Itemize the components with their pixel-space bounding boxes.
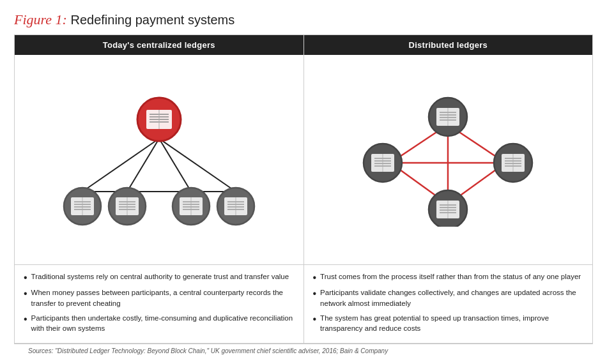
left-bullet-2-text: When money passes between participants, …: [31, 287, 295, 308]
left-bullet-area: • Traditional systems rely on central au…: [15, 265, 304, 343]
right-bullet-3-text: The system has great potential to speed …: [320, 313, 583, 334]
svg-line-0: [82, 139, 159, 192]
bullet-dot: •: [24, 271, 27, 284]
svg-line-1: [127, 139, 159, 192]
left-panel: Today's centralized ledgers: [15, 35, 304, 343]
centralized-diagram-area: [15, 55, 304, 265]
svg-line-2: [159, 139, 191, 192]
bullet-dot: •: [313, 287, 317, 300]
svg-line-3: [159, 139, 236, 192]
right-bullet-1-text: Trust comes from the process itself rath…: [320, 271, 581, 282]
left-bullet-3: • Participants then undertake costly, ti…: [24, 313, 295, 334]
distributed-diagram-area: [304, 55, 593, 265]
right-bullet-3: • The system has great potential to spee…: [313, 313, 584, 334]
main-content: Today's centralized ledgers: [14, 34, 593, 344]
bullet-dot: •: [24, 313, 27, 325]
centralized-svg: [50, 93, 268, 227]
distributed-svg: [339, 93, 557, 227]
right-bullet-2-text: Participants validate changes collective…: [320, 287, 583, 308]
figure-label: Figure 1:: [14, 11, 67, 27]
bullet-dot: •: [313, 313, 317, 325]
right-panel-header: Distributed ledgers: [304, 35, 593, 55]
left-bullet-1: • Traditional systems rely on central au…: [24, 271, 295, 284]
left-bullet-3-text: Participants then undertake costly, time…: [31, 313, 295, 334]
sources-text: Sources: "Distributed Ledger Technology:…: [14, 344, 593, 358]
left-bullet-2: • When money passes between participants…: [24, 287, 295, 308]
bullet-dot: •: [24, 287, 27, 300]
right-panel: Distributed ledgers: [304, 35, 593, 343]
figure-title: Figure 1: Redefining payment systems: [14, 11, 593, 28]
page: Figure 1: Redefining payment systems Tod…: [0, 0, 607, 364]
left-panel-header: Today's centralized ledgers: [15, 35, 304, 55]
bullet-dot: •: [313, 271, 317, 284]
figure-title-text: Redefining payment systems: [70, 13, 234, 27]
right-bullet-1: • Trust comes from the process itself ra…: [313, 271, 584, 284]
right-bullet-area: • Trust comes from the process itself ra…: [304, 265, 593, 343]
right-bullet-2: • Participants validate changes collecti…: [313, 287, 584, 308]
left-bullet-1-text: Traditional systems rely on central auth…: [31, 271, 289, 282]
